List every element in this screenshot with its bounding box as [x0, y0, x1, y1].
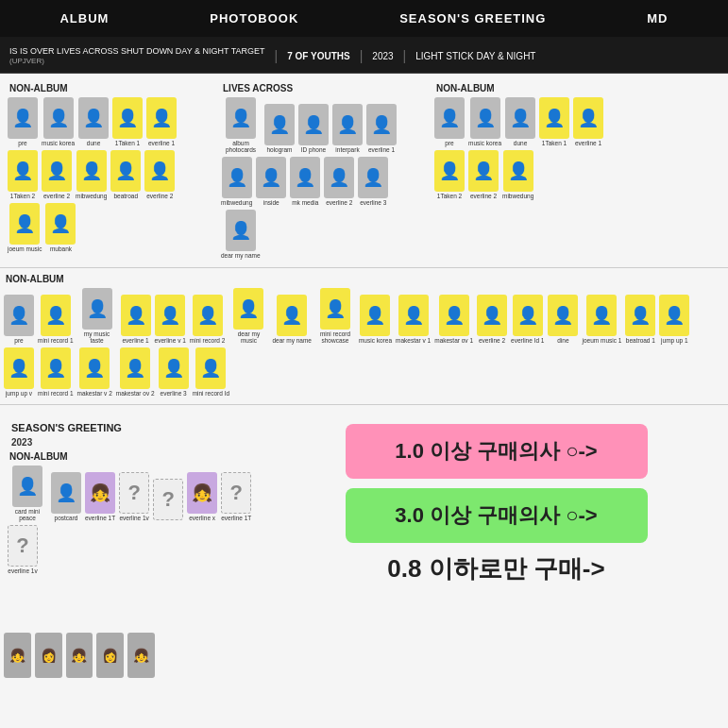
cat-2023[interactable]: 2023 [363, 51, 402, 61]
list-item: 👤mibwedung [76, 150, 107, 199]
non-album-label-1: NON-ALBUM [9, 83, 212, 93]
non-album-label-3: NON-ALBUM [6, 274, 728, 284]
list-item: 👧everline 1T [85, 472, 115, 521]
list-item: 👤dear my music [229, 288, 268, 344]
thumbnail: 👧 [66, 633, 93, 678]
divider-line-1 [0, 267, 728, 268]
list-item: ?everline 1T [221, 472, 251, 521]
list-item: 👤joeum music [8, 203, 42, 252]
list-item: 👤everline 3 [159, 347, 189, 397]
list-item: 👤ID phone [298, 104, 329, 153]
list-item: 👤music korea [359, 295, 392, 344]
list-item: 👤mini record 1 [38, 295, 74, 344]
thumbnail: 👧 [4, 633, 31, 678]
list-item: 👤everline 1 [121, 295, 151, 344]
list-item: 👤pre [8, 97, 38, 146]
non-album-section-2: NON-ALBUM 👤pre👤music korea👤dune👤1Taken 1… [431, 79, 619, 201]
top-navigation: ALBUM PHOTOBOOK SEASON'S GREETING MD [0, 0, 728, 37]
list-item: 👤everline 2 [324, 157, 354, 206]
list-item: 👤everline 3 [358, 157, 388, 206]
list-item: 👤1Taken 1 [539, 97, 569, 146]
bottom-thumbnails: 👧👩👧👩👧 [4, 633, 155, 678]
sg-cards-row: 👤card mini peace👤postcard👧everline 1T?ev… [4, 464, 268, 576]
list-item: 👤my music taste [77, 288, 117, 344]
lives-across-cards: 👤album photocards👤hologram👤ID phone👤inte… [217, 95, 425, 262]
cta-text-plain: 0.8 이하로만 구매-> [346, 552, 648, 585]
list-item: 👤makestar ov 2 [116, 347, 155, 397]
list-item: 👤interpark [332, 104, 363, 153]
lives-across-label: LIVES ACROSS [223, 83, 425, 93]
non-album-cards-2: 👤pre👤music korea👤dune👤1Taken 1👤everline … [431, 95, 619, 201]
lives-across-section: LIVES ACROSS 👤album photocards👤hologram👤… [217, 79, 425, 262]
cat-is-over[interactable]: IS IS OVER LIVES ACROSS SHUT DOWN DAY & … [0, 46, 275, 65]
nav-album[interactable]: ALBUM [50, 8, 118, 29]
list-item: 👤pre [434, 97, 465, 146]
list-item: 👤jump up 1 [659, 295, 689, 344]
list-item: 👤mini record 2 [190, 295, 226, 344]
thumbnail: 👧 [127, 633, 155, 678]
list-item: 👤album photocards [221, 97, 261, 153]
list-item: 👤mini record showcase [315, 288, 355, 344]
list-item: 👤everline 2 [477, 295, 507, 344]
list-item: 👤everline 2 [144, 150, 175, 199]
list-item: 👤everline 1 [146, 97, 177, 146]
list-item: 👤dear my name [221, 210, 261, 259]
list-item: 👤everline 1 [573, 97, 603, 146]
list-item: 👤makestar v 1 [396, 295, 431, 344]
list-item: 👤mk media [290, 157, 320, 206]
cta-button-1[interactable]: 1.0 이상 구매의사 ○-> [346, 424, 648, 479]
list-item: 👤dune [505, 97, 535, 146]
category-bar: IS IS OVER LIVES ACROSS SHUT DOWN DAY & … [0, 37, 728, 74]
list-item: 👤beatroad 1 [625, 295, 655, 344]
list-item: ?everline 1v [119, 472, 149, 521]
list-item: 👤everline Id 1 [511, 295, 544, 344]
list-item: 👤1Taken 2 [434, 150, 465, 199]
list-item: 👤mini record 1 [38, 347, 74, 397]
non-album-section-3: NON-ALBUM 👤pre👤mini record 1👤my music ta… [0, 274, 728, 398]
list-item: 👤postcard [51, 472, 81, 521]
list-item: 👤dear my name [272, 295, 312, 344]
list-item: 👤mibwedung [221, 157, 252, 206]
list-item: 👤makestar v 2 [77, 347, 112, 397]
non-album-section-1: NON-ALBUM 👤pre👤music korea👤dune👤1Taken 1… [4, 79, 212, 254]
list-item: 👤mini record Id [193, 347, 229, 397]
list-item: 👤everline 1 [366, 104, 397, 153]
non-album-label-2: NON-ALBUM [436, 83, 619, 93]
divider-line-2 [0, 404, 728, 405]
list-item: 👤makestar ov 1 [434, 295, 473, 344]
nav-photobook[interactable]: PHOTOBOOK [200, 8, 308, 29]
list-item: 👤jump up v [4, 347, 34, 397]
list-item: 👤1Taken 1 [112, 97, 143, 146]
nav-seasons-greeting[interactable]: SEASON'S GREETING [390, 8, 555, 29]
non-album-cards-3: 👤pre👤mini record 1👤my music taste👤everli… [0, 286, 718, 398]
list-item: 👤everline 2 [42, 150, 72, 199]
list-item: 👤inside [256, 157, 286, 206]
list-item: 👤everline 2 [468, 150, 499, 199]
list-item: 👤hologram [264, 104, 295, 153]
list-item: ? [153, 479, 183, 521]
nav-md[interactable]: MD [637, 8, 677, 29]
list-item: 👤mubank [45, 203, 76, 252]
cat-7-of-youths[interactable]: 7 OF YOUTHS [278, 51, 360, 61]
cta-area: 1.0 이상 구매의사 ○-> 3.0 이상 구매의사 ○-> 0.8 이하로만… [268, 415, 724, 589]
non-album-cards-1: 👤pre👤music korea👤dune👤1Taken 1👤everline … [4, 95, 212, 254]
main-content: NON-ALBUM 👤pre👤music korea👤dune👤1Taken 1… [0, 74, 728, 728]
list-item: 👤everline v 1 [155, 295, 186, 344]
list-item: 👤1Taken 2 [8, 150, 38, 199]
list-item: 👧everline x [187, 472, 217, 521]
list-item: 👤beatroad [110, 150, 141, 199]
list-item: 👤pre [4, 295, 34, 344]
list-item: 👤mibwedung [502, 150, 533, 199]
list-item: 👤music korea [468, 97, 501, 146]
list-item: 👤joeum music 1 [582, 295, 621, 344]
list-item: ?everline 1v [8, 525, 38, 574]
thumbnail: 👩 [96, 633, 124, 678]
cat-light-stick[interactable]: LIGHT STICK DAY & NIGHT [406, 51, 545, 61]
thumbnail: 👩 [35, 633, 62, 678]
sg-non-album-label: NON-ALBUM [9, 451, 268, 462]
cta-button-2[interactable]: 3.0 이상 구매의사 ○-> [346, 488, 648, 543]
sg-header: SEASON'S GREETING [11, 422, 268, 433]
list-item: 👤dine [548, 295, 578, 344]
list-item: 👤music korea [42, 97, 75, 146]
list-item: 👤dune [78, 97, 109, 146]
